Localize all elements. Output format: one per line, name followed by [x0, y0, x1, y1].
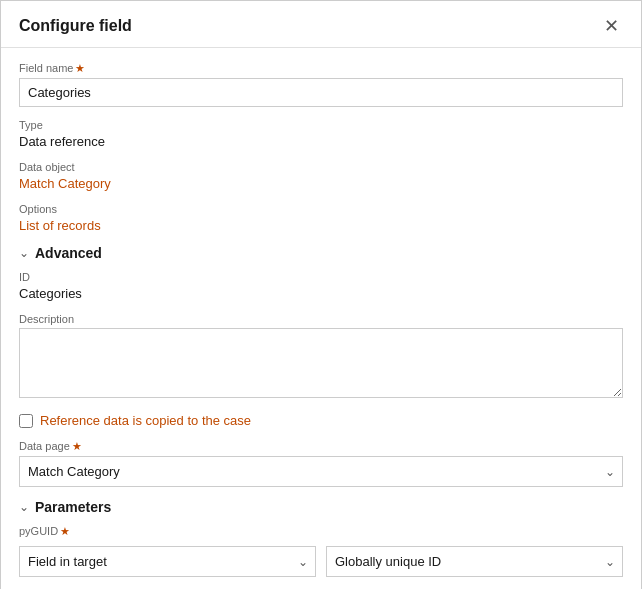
options-value: List of records — [19, 218, 623, 233]
field-name-input[interactable] — [19, 78, 623, 107]
data-page-select[interactable]: Match Category — [19, 456, 623, 487]
field-name-group: Field name★ — [19, 62, 623, 107]
pyguid-required: ★ — [60, 525, 70, 537]
options-group: Options List of records — [19, 203, 623, 233]
dialog-body: Field name★ Type Data reference Data obj… — [1, 48, 641, 589]
data-object-value: Match Category — [19, 176, 623, 191]
description-input[interactable] — [19, 328, 623, 398]
parameters-label: Parameters — [35, 499, 111, 515]
close-button[interactable]: ✕ — [600, 15, 623, 37]
field-in-target-select[interactable]: Field in target Constant value Expressio… — [19, 546, 316, 577]
data-object-group: Data object Match Category — [19, 161, 623, 191]
advanced-toggle[interactable]: ⌄ Advanced — [19, 245, 623, 261]
dialog-title: Configure field — [19, 17, 132, 35]
options-label: Options — [19, 203, 623, 215]
description-group: Description — [19, 313, 623, 401]
description-label: Description — [19, 313, 623, 325]
parameters-toggle[interactable]: ⌄ Parameters — [19, 499, 623, 515]
id-value: Categories — [19, 286, 623, 301]
dialog-header: Configure field ✕ — [1, 1, 641, 48]
data-page-required: ★ — [72, 440, 82, 452]
type-value: Data reference — [19, 134, 623, 149]
configure-field-dialog: Configure field ✕ Field name★ Type Data … — [0, 0, 642, 589]
data-page-select-wrapper: Match Category ⌄ — [19, 456, 623, 487]
pyguid-label: pyGUID★ — [19, 525, 623, 538]
reference-checkbox-row: Reference data is copied to the case — [19, 413, 623, 428]
id-group: ID Categories — [19, 271, 623, 301]
data-page-label: Data page★ — [19, 440, 623, 453]
data-object-label: Data object — [19, 161, 623, 173]
type-group: Type Data reference — [19, 119, 623, 149]
pyguid-param-row: Field in target Constant value Expressio… — [19, 546, 623, 577]
type-label: Type — [19, 119, 623, 131]
globally-unique-id-select[interactable]: Globally unique ID Other option — [326, 546, 623, 577]
reference-checkbox[interactable] — [19, 414, 33, 428]
field-name-required: ★ — [75, 62, 85, 74]
reference-checkbox-label[interactable]: Reference data is copied to the case — [40, 413, 251, 428]
field-name-label: Field name★ — [19, 62, 623, 75]
advanced-label: Advanced — [35, 245, 102, 261]
data-page-group: Data page★ Match Category ⌄ — [19, 440, 623, 487]
parameters-chevron-icon: ⌄ — [19, 500, 29, 514]
field-in-target-wrapper: Field in target Constant value Expressio… — [19, 546, 316, 577]
advanced-chevron-icon: ⌄ — [19, 246, 29, 260]
pyguid-group: pyGUID★ Field in target Constant value E… — [19, 525, 623, 577]
id-label: ID — [19, 271, 623, 283]
globally-unique-id-wrapper: Globally unique ID Other option ⌄ — [326, 546, 623, 577]
